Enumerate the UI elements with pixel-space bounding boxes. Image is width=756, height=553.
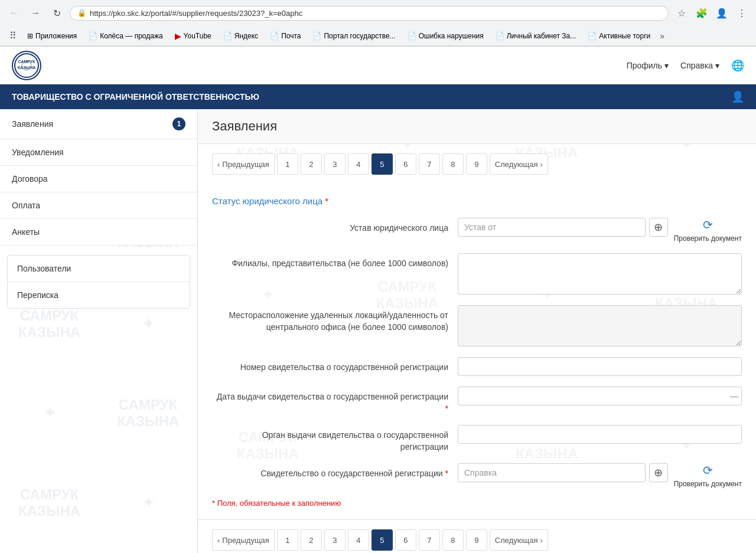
date-clear-button[interactable]: — bbox=[730, 391, 738, 401]
bottom-page-9-button[interactable]: 9 bbox=[466, 529, 487, 551]
page-5-button[interactable]: 5 bbox=[372, 153, 393, 175]
required-note: * Поля, обязательные к заполнению bbox=[212, 499, 742, 508]
sidebar-item-dogovora[interactable]: Договора bbox=[0, 166, 197, 192]
bookmark-star-button[interactable]: ☆ bbox=[673, 5, 690, 21]
verify-svid-label[interactable]: Проверить документ bbox=[674, 480, 742, 488]
bottom-next-chevron: › bbox=[540, 536, 543, 545]
header-nav: Профиль ▾ Справка ▾ 🌐 bbox=[627, 59, 744, 72]
profile-avatar-button[interactable]: 👤 bbox=[713, 5, 730, 21]
control-svid-number bbox=[458, 357, 742, 376]
sidebar-item-perepiska[interactable]: Переписка bbox=[8, 282, 190, 308]
bookmark-youtube[interactable]: ▶ YouTube bbox=[170, 30, 216, 42]
date-input[interactable] bbox=[458, 387, 742, 405]
form-row-svid-doc: Свидетельство о государственной регистра… bbox=[212, 463, 742, 488]
sidebar-item-ankety[interactable]: Анкеты bbox=[0, 219, 197, 246]
bottom-page-3-button[interactable]: 3 bbox=[324, 529, 346, 551]
back-button[interactable]: ← bbox=[6, 5, 22, 21]
blue-banner: ТОВАРИЩЕСТВО С ОГРАНИЧЕННОЙ ОТВЕТСТВЕННО… bbox=[0, 84, 756, 109]
bookmarks-more-button[interactable]: » bbox=[657, 30, 667, 42]
bookmark-torgi[interactable]: 📄 Активные торги bbox=[583, 30, 655, 42]
form-row-location: Месторасположение удаленных локаций/удал… bbox=[212, 305, 742, 346]
bookmark-oshibka[interactable]: 📄 Ошибка нарушения bbox=[403, 30, 488, 42]
profile-menu-button[interactable]: Профиль ▾ bbox=[627, 61, 669, 70]
form-row-date: Дата выдачи свидетельства о государствен… bbox=[212, 387, 742, 414]
sidebar-item-zayavleniya[interactable]: Заявления 1 bbox=[0, 109, 197, 139]
sidebar-section-users: Пользователи Переписка bbox=[7, 255, 190, 309]
page-8-button[interactable]: 8 bbox=[442, 153, 464, 175]
filialy-textarea[interactable] bbox=[458, 253, 742, 295]
url-input[interactable] bbox=[90, 9, 661, 18]
date-wrapper: — bbox=[458, 387, 742, 405]
label-date: Дата выдачи свидетельства о государствен… bbox=[212, 387, 448, 414]
prev-page-button[interactable]: ‹ Предыдущая bbox=[212, 153, 275, 175]
label-ustav: Устав юридического лица bbox=[212, 218, 448, 234]
bottom-page-6-button[interactable]: 6 bbox=[395, 529, 416, 551]
extension-button[interactable]: 🧩 bbox=[693, 5, 710, 21]
bottom-next-button[interactable]: Следующая › bbox=[490, 529, 548, 551]
logo-emblem: САМРУК КАЗЫНА bbox=[12, 51, 41, 80]
svid-doc-required-star: * bbox=[445, 469, 448, 478]
ustav-add-button[interactable]: ⊕ bbox=[649, 218, 668, 237]
bookmark-portal[interactable]: 📄 Портал государстве... bbox=[308, 30, 400, 42]
bottom-page-1-button[interactable]: 1 bbox=[277, 529, 298, 551]
form-row-organ: Орган выдачи свидетельства о государстве… bbox=[212, 425, 742, 453]
bottom-page-2-button[interactable]: 2 bbox=[301, 529, 322, 551]
svg-text:КАЗЫНА: КАЗЫНА bbox=[18, 66, 36, 70]
organ-input[interactable] bbox=[458, 425, 742, 444]
page-9-button[interactable]: 9 bbox=[466, 153, 487, 175]
svid-add-button[interactable]: ⊕ bbox=[649, 463, 668, 482]
svid-number-input[interactable] bbox=[458, 357, 742, 376]
bottom-page-5-button[interactable]: 5 bbox=[372, 529, 393, 551]
bottom-page-4-button[interactable]: 4 bbox=[348, 529, 369, 551]
app-header: САМРУК КАЗЫНА Профиль ▾ Справка ▾ 🌐 bbox=[0, 47, 756, 84]
sidebar-item-polzovateli[interactable]: Пользователи bbox=[8, 256, 190, 282]
zayavleniya-badge: 1 bbox=[172, 117, 185, 130]
bookmark-kolesa[interactable]: 📄 Колёса — продажа bbox=[84, 30, 167, 42]
section-required-star: * bbox=[325, 196, 328, 206]
label-svid-number: Номер свидетельства о государственной ре… bbox=[212, 357, 448, 374]
bottom-page-8-button[interactable]: 8 bbox=[442, 529, 464, 551]
page-6-button[interactable]: 6 bbox=[395, 153, 416, 175]
form-row-filialy: Филиалы, представительства (не более 100… bbox=[212, 253, 742, 295]
sidebar-item-oplata[interactable]: Оплата bbox=[0, 192, 197, 219]
svid-file-display: Справка bbox=[458, 463, 646, 482]
page-4-button[interactable]: 4 bbox=[348, 153, 369, 175]
language-icon[interactable]: 🌐 bbox=[731, 59, 744, 72]
page-3-button[interactable]: 3 bbox=[324, 153, 346, 175]
verify-ustav-label[interactable]: Проверить документ bbox=[674, 234, 742, 243]
logo: САМРУК КАЗЫНА bbox=[12, 51, 41, 80]
bookmark-pochta[interactable]: 📄 Почта bbox=[265, 30, 305, 42]
page-title-bar: Заявления bbox=[198, 109, 756, 144]
more-menu-button[interactable]: ⋮ bbox=[734, 5, 750, 21]
bookmark-prilozeniya[interactable]: ⊞ Приложения bbox=[22, 30, 82, 42]
profile-chevron-icon: ▾ bbox=[664, 61, 669, 70]
main-area: САМРУККАЗЫНА ✦ ✦ САМРУККАЗЫНА САМРУККАЗЫ… bbox=[0, 109, 756, 553]
svg-text:САМРУК: САМРУК bbox=[18, 60, 36, 64]
bottom-page-7-button[interactable]: 7 bbox=[419, 529, 440, 551]
reload-button[interactable]: ↻ bbox=[48, 5, 65, 21]
label-filialy: Филиалы, представительства (не более 100… bbox=[212, 253, 448, 270]
bookmark-lichniy[interactable]: 📄 Личный кабинет За... bbox=[491, 30, 581, 42]
verify-ustav-area: ⟳ Проверить документ bbox=[674, 218, 742, 243]
forward-button[interactable]: → bbox=[27, 5, 44, 21]
bookmark-yandex[interactable]: 📄 Яндекс bbox=[219, 30, 263, 42]
help-menu-button[interactable]: Справка ▾ bbox=[680, 61, 719, 70]
apps-icon[interactable]: ⠿ bbox=[6, 28, 20, 43]
lock-icon: 🔒 bbox=[77, 9, 86, 17]
location-textarea[interactable] bbox=[458, 305, 742, 346]
label-svid-doc: Свидетельство о государственной регистра… bbox=[212, 463, 448, 480]
page-7-button[interactable]: 7 bbox=[419, 153, 440, 175]
sidebar-menu: Заявления 1 Уведомления Договора Оплата … bbox=[0, 109, 197, 309]
verify-svid-area: ⟳ Проверить документ bbox=[674, 463, 742, 488]
page-1-button[interactable]: 1 bbox=[277, 153, 298, 175]
sidebar-item-uvedomleniya[interactable]: Уведомления bbox=[0, 139, 197, 166]
page-2-button[interactable]: 2 bbox=[301, 153, 322, 175]
next-chevron-icon: › bbox=[540, 160, 543, 169]
form-row-ustav: Устав юридического лица Устав от ⊕ ⟳ Про… bbox=[212, 218, 742, 243]
help-chevron-icon: ▾ bbox=[715, 61, 719, 70]
bottom-prev-button[interactable]: ‹ Предыдущая bbox=[212, 529, 275, 551]
next-page-button[interactable]: Следующая › bbox=[490, 153, 548, 175]
browser-chrome: ← → ↻ 🔒 ☆ 🧩 👤 ⋮ ⠿ ⊞ Приложения 📄 Колёса … bbox=[0, 0, 756, 47]
section-title: Статус юридического лица * bbox=[212, 196, 742, 206]
form-section: Статус юридического лица * Устав юридиче… bbox=[198, 184, 756, 519]
